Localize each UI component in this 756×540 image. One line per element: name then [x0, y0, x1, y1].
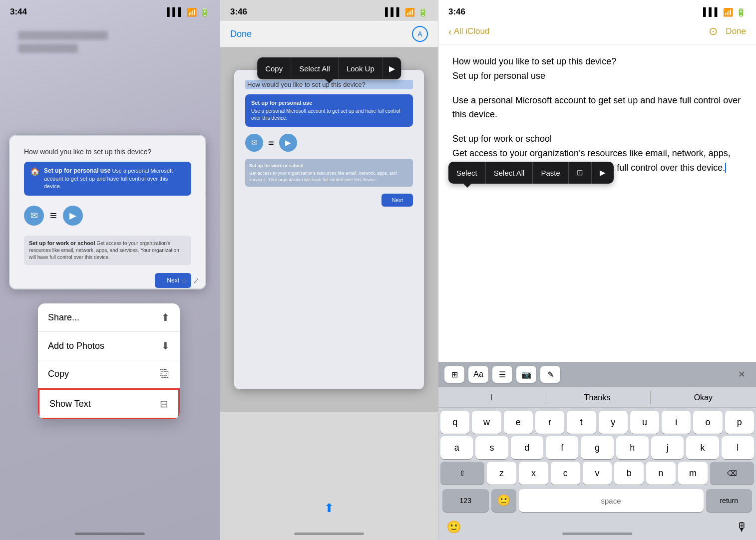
- panel2-image-container: Copy Select All Look Up ▶ How would you …: [220, 47, 438, 412]
- kb-shift-btn[interactable]: ⇧: [440, 462, 484, 485]
- kb-key-i[interactable]: i: [662, 411, 691, 434]
- sc-gray-box: Set up for work or school Get access to …: [24, 236, 191, 265]
- kb-key-s[interactable]: s: [475, 436, 508, 459]
- note-para-1: How would you like to set up this device…: [452, 54, 742, 83]
- kb-key-k[interactable]: k: [686, 436, 719, 459]
- panel2-a-icon: A: [417, 30, 422, 38]
- kb-key-e[interactable]: e: [504, 411, 533, 434]
- kb-close-btn[interactable]: ✕: [733, 366, 750, 383]
- menu-add-photos-item[interactable]: Add to Photos ⬇: [38, 332, 180, 360]
- tooltip-copy-btn[interactable]: Copy: [257, 57, 291, 79]
- sc-blue-box: 🏠 Set up for personal use Use a personal…: [24, 162, 191, 196]
- kb-key-a[interactable]: a: [440, 436, 473, 459]
- context-menu: Share... ⬆ Add to Photos ⬇ Copy ⿻ Show T…: [38, 303, 180, 419]
- sc-icons-row: ✉ ≡ ▶: [24, 202, 191, 230]
- kb-table-btn[interactable]: ⊞: [444, 366, 464, 383]
- kb-key-d[interactable]: d: [511, 436, 543, 459]
- kb-scribble-btn[interactable]: ✎: [540, 366, 560, 383]
- mic-icon[interactable]: 🎙: [736, 520, 748, 534]
- panel3-nav: ‹ All iCloud ⊙ Done: [438, 21, 756, 44]
- kb-key-g[interactable]: g: [581, 436, 613, 459]
- kb-key-c[interactable]: c: [551, 462, 580, 485]
- show-text-icon: ⊟: [160, 398, 168, 410]
- kb-key-b[interactable]: b: [614, 462, 644, 485]
- battery-icon: 🔋: [200, 7, 210, 17]
- panel1-statusbar: 3:44 ▌▌▌ 📶 🔋: [0, 0, 220, 21]
- panel3-back-label: All iCloud: [454, 26, 490, 36]
- panel2: 3:46 ▌▌▌ 📶 🔋 Done A Copy Select All Look…: [220, 0, 438, 540]
- panel2-status-icons: ▌▌▌ 📶 🔋: [385, 7, 428, 17]
- panel3-more-btn[interactable]: ⊙: [709, 25, 718, 38]
- tooltip-look-up-btn[interactable]: Look Up: [339, 57, 383, 79]
- kb-key-w[interactable]: w: [472, 411, 501, 434]
- kb-key-j[interactable]: j: [651, 436, 684, 459]
- kb-key-v[interactable]: v: [583, 462, 612, 485]
- kb-key-t[interactable]: t: [567, 411, 596, 434]
- panel3-done-btn[interactable]: Done: [726, 26, 746, 36]
- kb-key-r[interactable]: r: [535, 411, 564, 434]
- menu-copy-item[interactable]: Copy ⿻: [38, 360, 180, 388]
- kb-space-btn[interactable]: space: [519, 489, 704, 512]
- menu-show-text-item[interactable]: Show Text ⊟: [38, 388, 180, 419]
- panel3-home-indicator: [562, 533, 632, 535]
- kb-key-h[interactable]: h: [616, 436, 649, 459]
- tooltip-select-all-btn[interactable]: Select All: [291, 57, 339, 79]
- wifi-icon: 📶: [187, 7, 197, 17]
- kb-key-m[interactable]: m: [678, 462, 708, 485]
- kb-key-x[interactable]: x: [519, 462, 548, 485]
- kb-format-btn[interactable]: Aa: [468, 366, 488, 383]
- sc-gray-title: Set up for work or school: [29, 240, 95, 246]
- kb-key-o[interactable]: o: [693, 411, 722, 434]
- card-expand-icon: ⤢: [193, 276, 199, 285]
- text-format-icon: Aa: [473, 370, 483, 379]
- panel2-home-indicator: [294, 533, 364, 535]
- scribble-icon: ✎: [547, 370, 554, 379]
- panel3: 3:46 ▌▌▌ 📶 🔋 ‹ All iCloud ⊙ Done Select …: [438, 0, 756, 540]
- emoji-2-icon[interactable]: 🙂: [446, 520, 461, 534]
- kb-key-z[interactable]: z: [487, 462, 516, 485]
- panel3-back-btn[interactable]: ‹ All iCloud: [448, 26, 489, 37]
- kb-key-l[interactable]: l: [722, 436, 754, 459]
- panel3-content: Select Select All Paste ⊡ ▶ How would yo…: [438, 44, 756, 362]
- sel-image-icon[interactable]: ⊡: [569, 162, 592, 184]
- sc-icon-video: ▶: [63, 206, 83, 226]
- panel2-done-btn[interactable]: Done: [230, 29, 252, 39]
- panel1-time: 3:44: [10, 7, 27, 17]
- sel-select-btn[interactable]: Select: [448, 162, 486, 184]
- sel-paste-btn[interactable]: Paste: [533, 162, 568, 184]
- sel-select-all-btn[interactable]: Select All: [486, 162, 533, 184]
- emoji-icon: 🙂: [497, 494, 510, 507]
- panel2-share-icon[interactable]: ⬆: [324, 501, 334, 515]
- sc-title: How would you like to set up this device…: [24, 148, 191, 156]
- blur-line-2: [18, 44, 78, 53]
- kb-emoji-btn[interactable]: 🙂: [491, 489, 516, 512]
- sel-arrow-btn[interactable]: ▶: [592, 162, 614, 184]
- panel2-statusbar: 3:46 ▌▌▌ 📶 🔋: [220, 0, 438, 21]
- kb-key-q[interactable]: q: [440, 411, 469, 434]
- p2-blue-box: Set up for personal use Use a personal M…: [245, 94, 413, 127]
- p2-next-btn[interactable]: Next: [381, 194, 413, 207]
- panel1: 3:44 ▌▌▌ 📶 🔋 How would you like to set u…: [0, 0, 220, 540]
- kb-key-f[interactable]: f: [546, 436, 578, 459]
- p3-signal-icon: ▌▌▌: [703, 7, 720, 16]
- kb-123-btn[interactable]: 123: [442, 489, 489, 512]
- p3-wifi-icon: 📶: [723, 7, 733, 17]
- kb-bottom-row: 123 🙂 space return: [440, 487, 754, 514]
- panel2-time: 3:46: [230, 7, 247, 17]
- menu-share-item[interactable]: Share... ⬆: [38, 303, 180, 332]
- kb-key-y[interactable]: y: [599, 411, 628, 434]
- keyboard-rows: q w e r t y u i o p a s d f g h j k: [438, 408, 756, 516]
- panel2-nav-icon[interactable]: A: [412, 26, 428, 42]
- kb-camera-btn[interactable]: 📷: [516, 366, 536, 383]
- kb-delete-btn[interactable]: ⌫: [710, 462, 754, 485]
- kb-key-u[interactable]: u: [630, 411, 659, 434]
- panel2-nav: Done A: [220, 21, 438, 47]
- tooltip-more-icon[interactable]: ▶: [383, 64, 401, 73]
- kb-key-p[interactable]: p: [725, 411, 754, 434]
- kb-key-n[interactable]: n: [646, 462, 676, 485]
- kb-checklist-btn[interactable]: ☰: [492, 366, 512, 383]
- kb-suggestion-i[interactable]: I: [438, 391, 544, 404]
- kb-suggestion-okay[interactable]: Okay: [651, 391, 756, 404]
- kb-return-btn[interactable]: return: [706, 489, 753, 512]
- kb-suggestion-thanks[interactable]: Thanks: [544, 391, 650, 404]
